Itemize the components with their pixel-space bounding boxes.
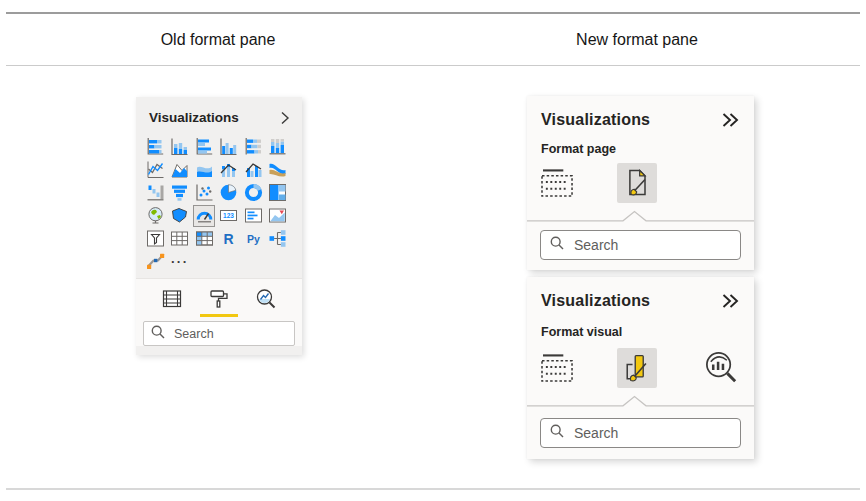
format-page-icon[interactable]: [617, 163, 657, 203]
double-chevron-right-icon[interactable]: [721, 112, 739, 128]
matrix-icon[interactable]: [193, 228, 215, 250]
stacked-bar-chart-icon[interactable]: [144, 136, 166, 158]
new-search-box: [540, 230, 741, 260]
ribbon-chart-icon[interactable]: [267, 159, 289, 181]
new-pane-format-visual-card: Visualizations Format visual: [527, 277, 754, 459]
filled-map-icon[interactable]: [169, 205, 191, 227]
tab-fields[interactable]: [159, 286, 185, 312]
hundred-stacked-bar-chart-icon[interactable]: [242, 136, 264, 158]
search-input[interactable]: [572, 424, 732, 442]
search-icon: [549, 423, 565, 443]
old-pane-footer: [136, 278, 302, 346]
table-icon[interactable]: [169, 228, 191, 250]
format-visual-icon-row: [527, 346, 754, 390]
tab-analytics[interactable]: [253, 286, 279, 312]
visualization-grid: 123RPy···: [143, 135, 302, 273]
format-page-icon-row: [527, 161, 754, 205]
tab-notch-divider: [527, 395, 754, 407]
tab-format[interactable]: [206, 286, 232, 312]
stacked-column-chart-icon[interactable]: [169, 136, 191, 158]
svg-text:R: R: [224, 231, 234, 247]
build-visual-icon[interactable]: [540, 168, 575, 203]
multi-row-card-icon[interactable]: [242, 205, 264, 227]
donut-chart-icon[interactable]: [242, 182, 264, 204]
line-clustered-column-chart-icon[interactable]: [242, 159, 264, 181]
line-stacked-column-chart-icon[interactable]: [218, 159, 240, 181]
clustered-column-chart-icon[interactable]: [218, 136, 240, 158]
kpi-icon[interactable]: [267, 205, 289, 227]
bottom-divider: [6, 488, 860, 490]
analytics-icon[interactable]: [703, 350, 740, 391]
decomposition-tree-icon[interactable]: [267, 228, 289, 250]
old-pane-tabs: [143, 286, 295, 312]
card-icon[interactable]: 123: [218, 205, 240, 227]
tab-notch-divider: [527, 210, 754, 222]
treemap-icon[interactable]: [267, 182, 289, 204]
search-icon: [549, 235, 565, 255]
clustered-bar-chart-icon[interactable]: [193, 136, 215, 158]
build-visual-icon[interactable]: [540, 353, 575, 388]
double-chevron-right-icon[interactable]: [721, 293, 739, 309]
visualizations-pane-title: Visualizations: [541, 111, 650, 129]
new-pane-column-label: New format pane: [517, 31, 757, 49]
old-visualizations-pane: Visualizations 123RPy···: [136, 97, 302, 355]
visualizations-pane-title: Visualizations: [149, 110, 239, 125]
funnel-chart-icon[interactable]: [169, 182, 191, 204]
visualizations-pane-title: Visualizations: [541, 292, 650, 310]
r-script-icon[interactable]: R: [218, 228, 240, 250]
area-chart-icon[interactable]: [169, 159, 191, 181]
new-search-box: [540, 418, 741, 448]
stacked-area-chart-icon[interactable]: [193, 159, 215, 181]
search-input[interactable]: [172, 326, 288, 342]
map-icon[interactable]: [144, 205, 166, 227]
chevron-right-icon[interactable]: [280, 111, 290, 125]
svg-text:123: 123: [223, 212, 234, 219]
top-divider: [6, 12, 860, 14]
python-script-icon[interactable]: Py: [242, 228, 264, 250]
search-input[interactable]: [572, 236, 732, 254]
old-search-box: [143, 321, 295, 346]
svg-text:Py: Py: [247, 233, 260, 245]
metrics-icon[interactable]: [144, 251, 166, 273]
gauge-icon[interactable]: [193, 205, 215, 227]
search-icon: [150, 324, 166, 344]
hundred-stacked-column-chart-icon[interactable]: [267, 136, 289, 158]
waterfall-chart-icon[interactable]: [144, 182, 166, 204]
slicer-icon[interactable]: [144, 228, 166, 250]
format-visual-icon[interactable]: [617, 348, 657, 388]
pie-chart-icon[interactable]: [218, 182, 240, 204]
line-chart-icon[interactable]: [144, 159, 166, 181]
format-visual-subtitle: Format visual: [527, 310, 754, 339]
more-options-button[interactable]: ···: [169, 251, 191, 273]
new-pane-format-page-card: Visualizations Format page: [527, 96, 754, 270]
scatter-chart-icon[interactable]: [193, 182, 215, 204]
header-divider: [6, 65, 860, 66]
format-page-subtitle: Format page: [527, 129, 754, 156]
old-pane-column-label: Old format pane: [98, 31, 338, 49]
